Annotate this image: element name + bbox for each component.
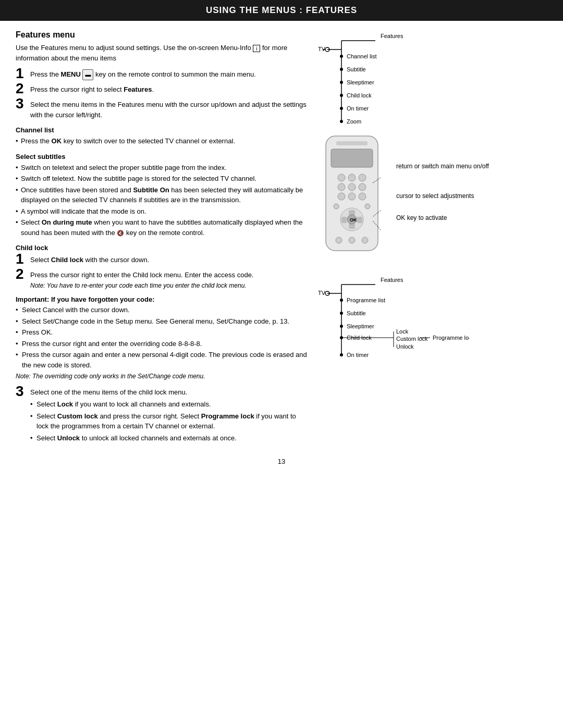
svg-text:Sleeptimer: Sleeptimer <box>347 323 374 329</box>
select-subtitles-heading: Select subtitles <box>16 153 308 161</box>
svg-text:Subtitle: Subtitle <box>347 66 366 72</box>
child-lock-step-2: 2 Press the cursor right to enter the Ch… <box>16 269 308 290</box>
steps-container: 1 Press the MENU ▬ key on the remote con… <box>16 68 308 120</box>
svg-point-32 <box>365 204 370 209</box>
step-3: 3 Select the menu items in the Features … <box>16 98 308 120</box>
svg-point-31 <box>334 204 339 209</box>
svg-rect-20 <box>336 141 368 145</box>
step-2: 2 Press the cursor right to select Featu… <box>16 83 308 96</box>
forgotten-item-2: Select Set/Change code in the Setup menu… <box>16 316 308 327</box>
svg-point-11 <box>340 94 343 97</box>
svg-rect-36 <box>341 217 347 223</box>
remote-label-2: cursor to select adjustments <box>396 192 489 201</box>
child-lock-step-number-1: 1 <box>16 252 26 266</box>
svg-text:Zoom: Zoom <box>347 118 361 125</box>
child-lock-step-1: 1 Select Child lock with the cursor down… <box>16 254 308 266</box>
select-subtitles-text: Switch on teletext and select the proper… <box>16 163 308 238</box>
subtitle-item-5: Select On during mute when you want to h… <box>16 217 308 238</box>
child-lock-step-1-text: Select Child lock with the cursor down. <box>30 254 149 265</box>
svg-point-27 <box>359 183 366 191</box>
forgotten-item-1: Select Cancel with the cursor down. <box>16 305 308 315</box>
child-lock-steps: 1 Select Child lock with the cursor down… <box>16 254 308 290</box>
svg-text:Lock: Lock <box>396 328 409 335</box>
svg-text:Programme list: Programme list <box>347 297 385 303</box>
child-lock-note: Note: You have to re-enter your code eac… <box>30 282 247 289</box>
svg-text:Channel list: Channel list <box>347 53 376 59</box>
lock-item-3: • Select Unlock to unlock all locked cha… <box>30 433 308 443</box>
svg-point-23 <box>348 174 356 181</box>
svg-point-54 <box>340 312 343 315</box>
svg-text:On timer: On timer <box>347 105 369 112</box>
menu-key: MENU <box>61 70 83 78</box>
svg-point-42 <box>362 237 368 243</box>
remote-label-1: return or switch main menu on/off <box>396 162 489 171</box>
subtitle-item-2: Switch off teletext. Now the subtitle pa… <box>16 174 308 184</box>
step-number-2: 2 <box>16 81 26 96</box>
subtitle-item-4: A symbol will indicate that the mode is … <box>16 206 308 217</box>
svg-point-22 <box>338 174 345 181</box>
features-bold: Features <box>124 85 152 93</box>
child-lock-step-2-text: Press the cursor right to enter the Chil… <box>30 269 254 290</box>
svg-point-67 <box>340 353 343 356</box>
menu-diagram-2-svg: Features TV Programme list Subtitle Slee… <box>313 274 469 371</box>
remote-svg: OK <box>313 133 394 258</box>
svg-text:TV: TV <box>318 46 326 52</box>
svg-text:Features: Features <box>381 277 403 283</box>
child-lock-step-3-text: Select one of the menu items of the chil… <box>30 386 308 445</box>
child-lock-step-3: 3 Select one of the menu items of the ch… <box>16 386 308 445</box>
svg-point-9 <box>340 81 343 84</box>
svg-text:Subtitle: Subtitle <box>347 310 366 316</box>
svg-point-5 <box>340 55 343 58</box>
channel-list-item: Press the OK key to switch over to the s… <box>16 136 308 146</box>
svg-point-25 <box>338 183 345 191</box>
left-column: Features menu Use the Features menu to a… <box>16 30 308 447</box>
forgotten-item-4: Press the cursor right and enter the ove… <box>16 339 308 349</box>
svg-text:Child lock: Child lock <box>347 92 372 98</box>
menu-key-icon: ▬ <box>82 69 93 80</box>
svg-point-26 <box>348 183 356 191</box>
svg-text:Sleeptimer: Sleeptimer <box>347 79 374 85</box>
svg-text:OK: OK <box>350 217 357 223</box>
channel-list-text: Press the OK key to switch over to the s… <box>16 136 308 146</box>
remote-label-3: OK key to activate <box>396 214 489 223</box>
svg-point-24 <box>359 174 366 181</box>
svg-point-15 <box>340 120 343 123</box>
svg-text:On timer: On timer <box>347 352 369 358</box>
svg-point-41 <box>349 237 355 243</box>
lock-item-1: • Select Lock if you want to lock all ch… <box>30 399 308 410</box>
svg-text:Features: Features <box>381 33 403 39</box>
child-lock-step-number-3: 3 <box>16 384 26 399</box>
svg-point-56 <box>340 325 343 328</box>
subtitle-item-3: Once subtitles have been stored and Subt… <box>16 185 308 205</box>
channel-list-heading: Channel list <box>16 126 308 134</box>
page-number: 13 <box>0 458 563 476</box>
svg-point-30 <box>359 193 366 200</box>
step-number-3: 3 <box>16 96 26 111</box>
svg-point-7 <box>340 68 343 71</box>
step-2-text: Press the cursor right to select Feature… <box>30 83 154 95</box>
svg-point-40 <box>336 237 342 243</box>
step-3-text: Select the menu items in the Features me… <box>30 98 308 120</box>
forgotten-code-list: Select Cancel with the cursor down. Sele… <box>16 305 308 370</box>
lock-item-2: • Select Custom lock and press the curso… <box>30 411 308 431</box>
svg-point-52 <box>340 299 343 302</box>
step-1: 1 Press the MENU ▬ key on the remote con… <box>16 68 308 81</box>
subtitle-item-1: Switch on teletext and select the proper… <box>16 163 308 173</box>
important-heading: Important: If you have forgotten your co… <box>16 295 308 303</box>
child-lock-step-number-2: 2 <box>16 267 26 281</box>
remote-section: OK return or switch main menu on/off <box>313 133 547 258</box>
menu-info-icon: i <box>253 45 260 52</box>
svg-text:Programme lock: Programme lock <box>433 335 469 341</box>
header-title: Using the Menus : Features <box>206 5 357 15</box>
page-header: Using the Menus : Features <box>0 0 563 21</box>
overriding-note: Note: The overriding code only works in … <box>16 372 308 381</box>
svg-text:Unlock: Unlock <box>396 343 414 350</box>
step-1-text: Press the MENU ▬ key on the remote contr… <box>30 68 256 80</box>
menu-diagram-1-svg: Features TV Channel list Subtitle Sleept… <box>313 30 427 127</box>
svg-rect-37 <box>357 217 362 223</box>
svg-text:TV: TV <box>318 290 326 296</box>
menu-diagram-2-container: Features TV Programme list Subtitle Slee… <box>313 274 547 372</box>
remote-labels: return or switch main menu on/off cursor… <box>396 162 489 225</box>
step-number-1: 1 <box>16 66 26 81</box>
svg-text:Custom lock: Custom lock <box>396 336 428 342</box>
